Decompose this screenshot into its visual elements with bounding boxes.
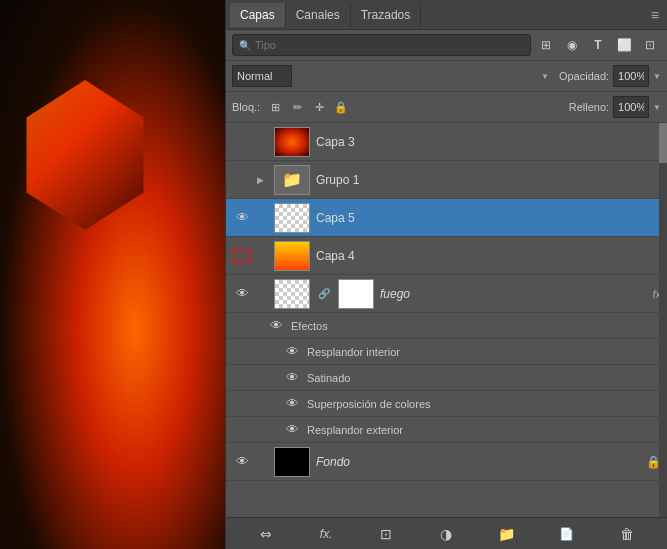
layer-row-capa5[interactable]: 👁 Capa 5 (226, 199, 667, 237)
visibility-outline-capa4[interactable] (233, 249, 251, 263)
fill-arrow: ▼ (653, 103, 661, 112)
layer-row-fondo[interactable]: 👁 Fondo 🔒 (226, 443, 667, 481)
eye-empty-capa3 (234, 134, 250, 150)
visibility-capa4[interactable] (232, 249, 252, 263)
thumb-capa5 (274, 203, 310, 233)
layers-panel: Capas Canales Trazados ≡ 🔍 ⊞ ◉ T ⬜ ⊡ Nor… (225, 0, 667, 549)
fill-input[interactable] (613, 96, 649, 118)
layer-name-fuego: fuego (380, 287, 648, 301)
eye-icon-capa5[interactable]: 👁 (236, 210, 249, 225)
panel-tabs: Capas Canales Trazados ≡ (226, 0, 667, 30)
thumb-checkered-capa5 (275, 204, 309, 232)
fill-label: Relleno: (569, 101, 609, 113)
lock-all-btn[interactable]: 🔒 (332, 98, 350, 116)
visibility-capa3[interactable] (232, 134, 252, 150)
icon-btn-shape[interactable]: ⬜ (613, 34, 635, 56)
visibility-capa5[interactable]: 👁 (232, 210, 252, 225)
canvas-area (0, 0, 225, 549)
opacity-group: Opacidad: ▼ (559, 65, 661, 87)
thumb-fondo (274, 447, 310, 477)
search-input[interactable] (255, 39, 524, 51)
icon-btn-image[interactable]: ⊞ (535, 34, 557, 56)
eye-icon-resplandor-exterior[interactable]: 👁 (286, 422, 299, 437)
lock-row: Bloq.: ⊞ ✏ ✛ 🔒 Relleno: ▼ (226, 92, 667, 123)
new-layer-button[interactable]: 📄 (555, 522, 579, 546)
tab-trazados[interactable]: Trazados (351, 3, 422, 27)
new-adjustment-button[interactable]: ◑ (434, 522, 458, 546)
layer-row-capa4[interactable]: Capa 4 (226, 237, 667, 275)
thumb-white-fuego (339, 280, 373, 308)
lock-pixels-btn[interactable]: ✏ (288, 98, 306, 116)
search-box[interactable]: 🔍 (232, 34, 531, 56)
eye-icon-satinado[interactable]: 👁 (286, 370, 299, 385)
layer-name-capa3: Capa 3 (316, 135, 661, 149)
scrollbar-track[interactable] (659, 123, 667, 517)
layer-row-grupo1[interactable]: ▶ 📁 Grupo 1 (226, 161, 667, 199)
visibility-fondo[interactable]: 👁 (232, 454, 252, 469)
opacity-arrow: ▼ (653, 72, 661, 81)
effect-row-resplandor-exterior[interactable]: 👁 Resplandor exterior (226, 417, 667, 443)
blend-row: Normal Disolver Multiplicar Opacidad: ▼ (226, 61, 667, 92)
thumb-capa3 (274, 127, 310, 157)
visibility-grupo1[interactable] (232, 172, 252, 188)
effects-row-header[interactable]: 👁 Efectos (226, 313, 667, 339)
blend-mode-select-wrap[interactable]: Normal Disolver Multiplicar (232, 65, 553, 87)
effect-row-resplandor-interior[interactable]: 👁 Resplandor interior (226, 339, 667, 365)
search-row: 🔍 ⊞ ◉ T ⬜ ⊡ (226, 30, 667, 61)
effect-row-satinado[interactable]: 👁 Satinado (226, 365, 667, 391)
icon-btn-type[interactable]: T (587, 34, 609, 56)
link-layers-button[interactable]: ⇔ (254, 522, 278, 546)
icon-btn-adjust[interactable]: ◉ (561, 34, 583, 56)
expand-arrow-grupo1: ▶ (257, 175, 264, 185)
fill-group: Relleno: ▼ (569, 96, 661, 118)
eye-icon-resplandor-interior[interactable]: 👁 (286, 344, 299, 359)
blend-mode-select[interactable]: Normal Disolver Multiplicar (232, 65, 292, 87)
layer-name-grupo1: Grupo 1 (316, 173, 661, 187)
thumb-folder-grupo1: 📁 (275, 166, 309, 194)
layer-name-capa4: Capa 4 (316, 249, 661, 263)
thumb-capa4 (274, 241, 310, 271)
new-group-button[interactable]: 📁 (495, 522, 519, 546)
scrollbar-thumb[interactable] (659, 123, 667, 163)
thumb-fuego-main (274, 279, 310, 309)
eye-icon-fuego[interactable]: 👁 (236, 286, 249, 301)
fx-button[interactable]: fx. (314, 522, 338, 546)
thumb-grupo1: 📁 (274, 165, 310, 195)
thumb-fuego-mask (338, 279, 374, 309)
tab-canales[interactable]: Canales (286, 3, 351, 27)
tab-capas[interactable]: Capas (230, 3, 286, 27)
new-fill-layer-button[interactable]: ⊡ (374, 522, 398, 546)
search-icon: 🔍 (239, 40, 251, 51)
effect-label-superposicion: Superposición de colores (307, 398, 431, 410)
layer-row-fuego[interactable]: 👁 🔗 fuego fx (226, 275, 667, 313)
eye-icon-superposicion[interactable]: 👁 (286, 396, 299, 411)
icon-btn-smart[interactable]: ⊡ (639, 34, 661, 56)
layer-row-capa3[interactable]: Capa 3 (226, 123, 667, 161)
thumb-fire-capa3 (275, 128, 309, 156)
eye-icon-fondo[interactable]: 👁 (236, 454, 249, 469)
thumb-checkered-fuego (275, 280, 309, 308)
lock-transparent-btn[interactable]: ⊞ (266, 98, 284, 116)
opacity-label: Opacidad: (559, 70, 609, 82)
bottom-toolbar: ⇔ fx. ⊡ ◑ 📁 📄 🗑 (226, 517, 667, 549)
effects-label: Efectos (291, 320, 328, 332)
eye-empty-grupo1 (234, 172, 250, 188)
lock-icons: ⊞ ✏ ✛ 🔒 (266, 98, 350, 116)
eye-icon-effects[interactable]: 👁 (270, 318, 283, 333)
layer-name-fondo: Fondo (316, 455, 642, 469)
layer-name-capa5: Capa 5 (316, 211, 661, 225)
link-icon-fuego: 🔗 (318, 288, 330, 299)
lock-label: Bloq.: (232, 101, 260, 113)
expand-grupo1[interactable]: ▶ (252, 175, 268, 185)
thumb-fire2-capa4 (275, 242, 309, 270)
lock-position-btn[interactable]: ✛ (310, 98, 328, 116)
effect-label-resplandor-interior: Resplandor interior (307, 346, 400, 358)
effect-label-resplandor-exterior: Resplandor exterior (307, 424, 403, 436)
opacity-input[interactable] (613, 65, 649, 87)
thumb-black-fondo (275, 448, 309, 476)
effect-row-superposicion[interactable]: 👁 Superposición de colores (226, 391, 667, 417)
delete-layer-button[interactable]: 🗑 (615, 522, 639, 546)
panel-menu-icon[interactable]: ≡ (647, 3, 663, 27)
visibility-fuego[interactable]: 👁 (232, 286, 252, 301)
canvas-background (0, 0, 225, 549)
